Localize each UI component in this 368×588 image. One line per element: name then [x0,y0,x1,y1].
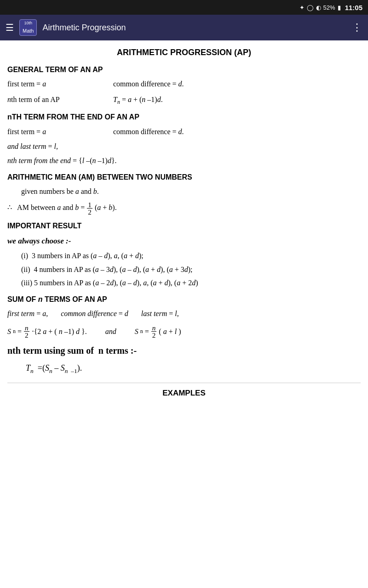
section5-formula1: Sn = n 2 ⋅{2a + (n –1)d}. [7,324,87,339]
section2-common-diff: common difference = d. [113,126,361,138]
section3-heading: ARITHMETIC MEAN (AM) BETWEEN TWO NUMBERS [7,171,361,183]
section5-formula2: Sn = n 2 (a + l) [135,324,181,339]
section1-row2: nth term of an AP Tn = a + (n –1)d. [7,94,361,107]
section5-and: and [105,326,116,338]
section4-subheading: we always choose :- [7,235,361,247]
section1-nth-term-formula: Tn = a + (n –1)d. [113,94,361,107]
section1-row1: first term = a common difference = d. [7,78,361,90]
nav-bar: ☰ 10th Math Airthmetic Progression ⋮ [0,15,368,40]
section1-nth-term-label: nth term of an AP [7,94,109,106]
section2-formula: nth term from the end = {l –(n –1)d}. [7,155,361,167]
section5-row1: first term = a, common difference = d la… [7,308,361,320]
section5-last-term: last term = l, [141,308,179,320]
more-options-icon[interactable]: ⋮ [352,22,362,34]
section1-heading: GENERAL TERM OF AN AP [7,64,361,76]
section2-heading-text: TH TERM FROM THE END OF AN AP [12,113,139,121]
badge-sub: Math [23,28,34,34]
section2-first-term: first term = a [7,126,109,138]
section4-item3: (iii) 5 numbers in AP as (a – 2d), (a – … [7,277,361,289]
hamburger-menu[interactable]: ☰ [6,22,14,33]
section5-first-term: first term = a, [7,308,48,320]
section2-heading: nTH TERM FROM THE END OF AN AP [7,111,361,123]
nav-title: Airthmetic Progression [42,23,346,33]
section4-item2: (ii) 4 numbers in AP as (a – 3d), (a – d… [7,264,361,276]
clock-time: 11:05 [345,4,362,11]
section1-common-diff: common difference = d. [113,78,361,90]
nav-badge: 10th Math [19,19,37,35]
section5-heading: SUM OF n TERMS OF AN AP [7,294,361,305]
alarm-icon: ◯ [307,4,314,11]
main-title: ARITHMETIC PROGRESSION (AP) [7,46,361,59]
section6-formula: Tn =(Sn – Sn –1). [7,362,361,376]
examples-title: EXAMPLES [7,383,361,399]
signal-icon: ◐ [316,4,321,11]
battery-level: 52% [323,4,335,11]
status-bar: ✦ ◯ ◐ 52% ▮ 11:05 [0,0,368,15]
main-content: ARITHMETIC PROGRESSION (AP) GENERAL TERM… [0,40,368,408]
section6-heading: nth term using sum of n terms :- [7,343,361,358]
section3-formula: ∴ AM between a and b = 1 2 (a + b). [7,201,361,215]
section4-item1: (i) 3 numbers in AP as (a – d), a, (a + … [7,250,361,262]
badge-super: 10th [24,21,32,25]
section3-given: given numbers be a and b. [7,186,361,198]
section5-common-diff: common difference = d [61,308,128,320]
section1-first-term: first term = a [7,78,109,90]
section2-row1: first term = a common difference = d. [7,126,361,138]
battery-icon: ▮ [338,4,341,11]
bluetooth-icon: ✦ [299,4,305,11]
status-icons: ✦ ◯ ◐ 52% ▮ 11:05 [299,4,362,11]
section4-heading: IMPORTANT RESULT [7,220,361,232]
section5-row2: Sn = n 2 ⋅{2a + (n –1)d}. and Sn = n 2 (… [7,324,361,339]
section2-last-term: and last term = l, [7,141,361,153]
